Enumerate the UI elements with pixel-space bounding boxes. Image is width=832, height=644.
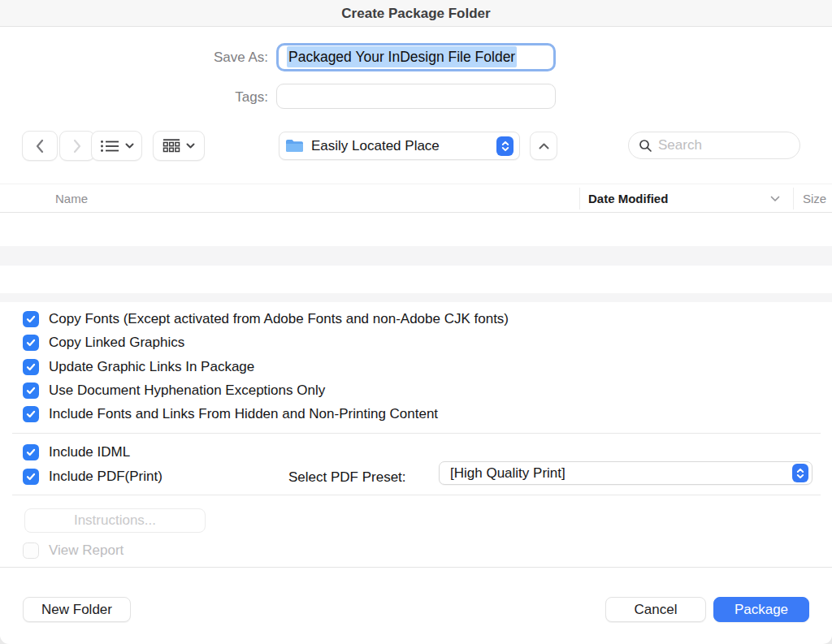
save-as-value: Packaged Your InDesign File Folder bbox=[287, 49, 517, 66]
column-header-date-modified[interactable]: Date Modified bbox=[588, 184, 668, 213]
list-row-stripe bbox=[0, 293, 832, 302]
stepper-icon bbox=[496, 136, 514, 156]
checkmark-icon bbox=[25, 385, 37, 396]
checkbox-checked[interactable] bbox=[23, 406, 39, 422]
option-copy-linked-graphics[interactable]: Copy Linked Graphics bbox=[23, 335, 184, 351]
search-field[interactable] bbox=[628, 132, 800, 159]
icon-view-button[interactable] bbox=[153, 131, 205, 161]
new-folder-button[interactable]: New Folder bbox=[23, 597, 131, 622]
back-icon bbox=[35, 139, 45, 153]
checkbox-checked[interactable] bbox=[23, 383, 39, 399]
cancel-label: Cancel bbox=[635, 602, 678, 618]
option-label: Update Graphic Links In Package bbox=[49, 359, 254, 375]
option-copy-fonts[interactable]: Copy Fonts (Except activated from Adobe … bbox=[23, 311, 509, 327]
option-label: Copy Fonts (Except activated from Adobe … bbox=[49, 311, 509, 327]
checkmark-icon bbox=[25, 408, 37, 420]
cancel-button[interactable]: Cancel bbox=[605, 597, 706, 622]
chevron-down-icon bbox=[186, 143, 195, 149]
option-label: Use Document Hyphenation Exceptions Only bbox=[49, 383, 325, 399]
page-title: Create Package Folder bbox=[0, 0, 832, 27]
pdf-preset-label: Select PDF Preset: bbox=[288, 469, 406, 486]
checkbox-unchecked bbox=[23, 542, 39, 559]
collapse-button[interactable] bbox=[530, 132, 557, 160]
checkbox-checked[interactable] bbox=[23, 359, 39, 375]
column-divider[interactable] bbox=[579, 188, 580, 210]
back-button[interactable] bbox=[22, 131, 58, 161]
new-folder-label: New Folder bbox=[41, 602, 112, 618]
sort-chevron-icon bbox=[770, 196, 780, 202]
option-label: Include PDF(Print) bbox=[49, 469, 162, 485]
checkbox-checked[interactable] bbox=[23, 311, 39, 327]
location-label: Easily Located Place bbox=[311, 138, 440, 154]
column-header-row: Name Date Modified Size bbox=[0, 184, 832, 213]
search-input[interactable] bbox=[658, 137, 780, 153]
option-update-graphic-links[interactable]: Update Graphic Links In Package bbox=[23, 359, 254, 375]
option-label: View Report bbox=[49, 542, 124, 559]
pdf-preset-dropdown[interactable]: [High Quality Print] bbox=[439, 461, 812, 485]
section-divider bbox=[12, 495, 821, 495]
option-label: Copy Linked Graphics bbox=[49, 335, 184, 351]
stepper-icon bbox=[792, 464, 808, 482]
checkmark-icon bbox=[25, 337, 37, 348]
instructions-label: Instructions... bbox=[74, 512, 156, 529]
option-label: Include Fonts and Links From Hidden and … bbox=[49, 406, 438, 422]
title-bar: Create Package Folder bbox=[0, 0, 832, 27]
selected-text: Packaged Your InDesign File Folder bbox=[287, 46, 517, 67]
option-include-hidden-content[interactable]: Include Fonts and Links From Hidden and … bbox=[23, 406, 438, 422]
tags-field[interactable] bbox=[276, 84, 556, 109]
grid-view-icon bbox=[162, 139, 180, 153]
column-header-size[interactable]: Size bbox=[803, 184, 826, 213]
checkmark-icon bbox=[25, 447, 37, 458]
instructions-button: Instructions... bbox=[24, 508, 206, 533]
search-icon bbox=[639, 139, 652, 153]
create-package-folder-dialog: Create Package Folder Save As: Packaged … bbox=[0, 0, 832, 644]
checkmark-icon bbox=[25, 361, 37, 373]
column-header-name[interactable]: Name bbox=[55, 184, 88, 213]
option-include-idml[interactable]: Include IDML bbox=[23, 444, 130, 460]
list-view-icon bbox=[100, 140, 119, 153]
package-button[interactable]: Package bbox=[713, 597, 809, 622]
chevron-down-icon bbox=[125, 143, 134, 149]
save-as-label: Save As: bbox=[98, 50, 268, 66]
column-divider[interactable] bbox=[793, 188, 794, 210]
option-include-pdf[interactable]: Include PDF(Print) bbox=[23, 469, 162, 485]
section-divider bbox=[12, 433, 821, 434]
forward-button[interactable] bbox=[59, 131, 95, 161]
pdf-preset-value: [High Quality Print] bbox=[450, 465, 566, 482]
checkmark-icon bbox=[25, 471, 37, 482]
package-label: Package bbox=[734, 602, 788, 618]
tags-label: Tags: bbox=[98, 89, 268, 106]
checkbox-checked[interactable] bbox=[23, 444, 39, 460]
option-label: Include IDML bbox=[49, 444, 130, 460]
option-view-report: View Report bbox=[23, 542, 124, 559]
forward-icon bbox=[72, 139, 82, 153]
list-view-button[interactable] bbox=[91, 131, 142, 161]
chevron-up-icon bbox=[539, 143, 549, 149]
checkmark-icon bbox=[25, 313, 37, 325]
footer-divider bbox=[0, 567, 832, 568]
list-row-stripe bbox=[0, 246, 832, 266]
location-dropdown[interactable]: Easily Located Place bbox=[279, 132, 520, 160]
save-as-field[interactable]: Packaged Your InDesign File Folder bbox=[276, 43, 556, 71]
folder-icon bbox=[285, 139, 304, 153]
checkbox-checked[interactable] bbox=[23, 335, 39, 351]
checkbox-checked[interactable] bbox=[23, 469, 39, 485]
option-hyphenation-exceptions[interactable]: Use Document Hyphenation Exceptions Only bbox=[23, 383, 325, 399]
